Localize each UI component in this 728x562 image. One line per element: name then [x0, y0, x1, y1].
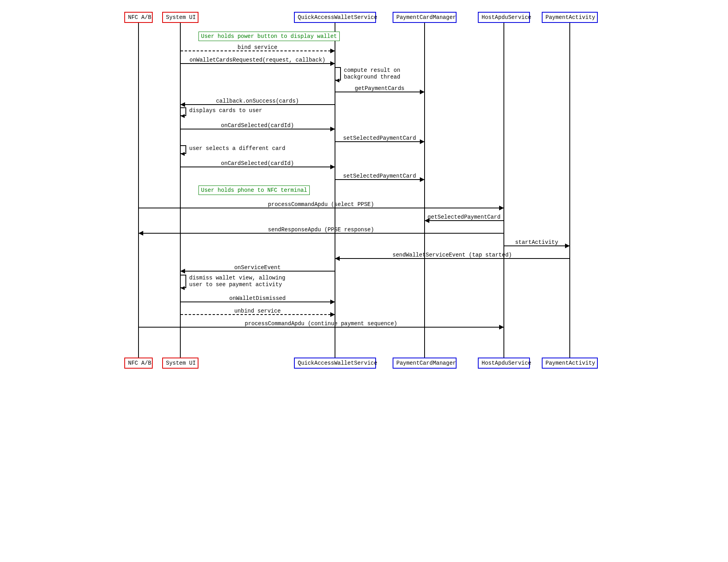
msg-on-service-event: onServiceEvent — [181, 264, 335, 272]
msg-process-command-apdu-ppse: processCommandApdu (select PPSE) — [139, 201, 503, 208]
participant-has-bottom: HostApduService — [478, 358, 530, 369]
lifeline-sysui — [180, 23, 181, 358]
participant-pcm-top: PaymentCardManager — [393, 12, 457, 23]
msg-get-selected-payment-card: getSelectedPaymentCard — [425, 214, 503, 221]
participant-nfc-bottom: NFC A/B — [124, 358, 153, 369]
msg-get-payment-cards: getPaymentCards — [335, 85, 424, 92]
msg-on-wallet-dismissed: onWalletDismissed — [181, 295, 335, 302]
participant-pcm-bottom: PaymentCardManager — [393, 358, 457, 369]
participant-sysui-bottom: System UI — [162, 358, 198, 369]
msg-start-activity: startActivity — [504, 239, 569, 246]
msg-on-wallet-cards-requested: onWalletCardsRequested(request, callback… — [181, 57, 335, 64]
participant-pa-bottom: PaymentActivity — [542, 358, 598, 369]
sequence-diagram: NFC A/B System UI QuickAccessWalletServi… — [120, 8, 609, 379]
participant-pa-top: PaymentActivity — [542, 12, 598, 23]
lifeline-pa — [569, 23, 570, 358]
msg-set-selected-2: setSelectedPaymentCard — [335, 173, 424, 180]
msg-process-command-apdu-continue: processCommandApdu (continue payment seq… — [139, 320, 503, 328]
msg-send-response-apdu: sendResponseApdu (PPSE response) — [139, 227, 503, 234]
participant-sysui-top: System UI — [162, 12, 198, 23]
msg-unbind-service: unbind service — [181, 308, 335, 315]
msg-send-wallet-service-event: sendWalletServiceEvent (tap started) — [335, 252, 569, 259]
msg-set-selected-1: setSelectedPaymentCard — [335, 135, 424, 142]
participant-qaws-bottom: QuickAccessWalletService — [294, 358, 376, 369]
msg-on-card-selected-1: onCardSelected(cardId) — [181, 122, 335, 129]
msg-on-card-selected-2: onCardSelected(cardId) — [181, 160, 335, 167]
participant-has-top: HostApduService — [478, 12, 530, 23]
note-nfc-terminal: User holds phone to NFC terminal — [198, 185, 310, 195]
participant-nfc-top: NFC A/B — [124, 12, 153, 23]
lifeline-pcm — [424, 23, 425, 358]
msg-bind-service: bind service — [181, 44, 335, 51]
lifeline-nfc — [138, 23, 139, 358]
msg-callback-on-success: callback.onSuccess(cards) — [181, 98, 335, 105]
participant-qaws-top: QuickAccessWalletService — [294, 12, 376, 23]
note-power-button: User holds power button to display walle… — [198, 32, 340, 41]
lifeline-has — [503, 23, 504, 358]
